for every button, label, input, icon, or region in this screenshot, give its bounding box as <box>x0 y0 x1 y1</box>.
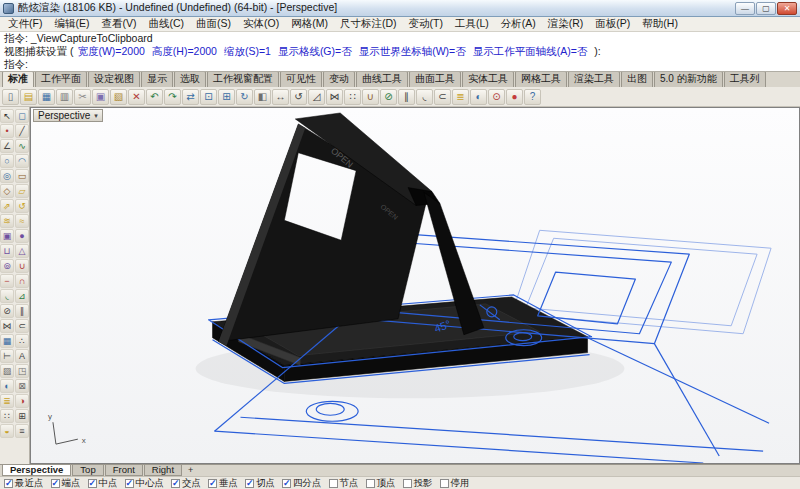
menu-item[interactable]: 编辑(E) <box>48 17 95 31</box>
tool-rail-icon[interactable]: ⊠ <box>15 379 29 393</box>
toolbar-tab[interactable]: 曲线工具 <box>356 72 408 87</box>
new-viewport-tab-button[interactable]: + <box>183 465 198 476</box>
toolbar-icon[interactable]: ⊞ <box>218 89 235 105</box>
osnap-checkbox[interactable] <box>329 479 338 488</box>
tool-rail-icon[interactable]: ⊿ <box>15 289 29 303</box>
toolbar-tab[interactable]: 选取 <box>174 72 206 87</box>
command-prompt[interactable]: 指令: <box>4 58 796 71</box>
toolbar-icon[interactable]: ▧ <box>110 89 127 105</box>
toolbar-tab[interactable]: 5.0 的新功能 <box>654 72 723 87</box>
tool-rail-icon[interactable]: ○ <box>0 154 14 168</box>
tool-rail-icon[interactable]: ◇ <box>0 184 14 198</box>
menu-item[interactable]: 曲面(S) <box>190 17 237 31</box>
osnap-checkbox[interactable] <box>440 479 449 488</box>
tool-rail-icon[interactable]: ◳ <box>15 364 29 378</box>
toolbar-icon[interactable]: ◟ <box>416 89 433 105</box>
menu-item[interactable]: 帮助(H) <box>636 17 684 31</box>
toolbar-icon[interactable]: ? <box>524 89 541 105</box>
tool-rail-icon[interactable]: ∠ <box>0 139 14 153</box>
toolbar-icon[interactable]: ▯ <box>2 89 19 105</box>
tool-rail-icon[interactable]: ≈ <box>15 214 29 228</box>
osnap-checkbox[interactable] <box>403 479 412 488</box>
menu-item[interactable]: 面板(P) <box>589 17 636 31</box>
toolbar-icon[interactable]: ↺ <box>290 89 307 105</box>
toolbar-icon[interactable]: ✕ <box>128 89 145 105</box>
viewport-tab[interactable]: Top <box>72 465 103 476</box>
toolbar-tab[interactable]: 工作视窗配置 <box>207 72 279 87</box>
menu-item[interactable]: 网格(M) <box>285 17 334 31</box>
tool-rail-icon[interactable]: ▨ <box>0 364 14 378</box>
toolbar-tab[interactable]: 变动 <box>323 72 355 87</box>
toolbar-icon[interactable]: ● <box>506 89 523 105</box>
toolbar-icon[interactable]: ▣ <box>92 89 109 105</box>
chevron-down-icon[interactable]: ▾ <box>94 112 98 120</box>
toolbar-icon[interactable]: ⇄ <box>182 89 199 105</box>
toolbar-icon[interactable]: ◧ <box>254 89 271 105</box>
tool-rail-icon[interactable]: ≋ <box>0 214 14 228</box>
toolbar-icon[interactable]: ∪ <box>362 89 379 105</box>
tool-rail-icon[interactable]: ∷ <box>0 409 14 423</box>
command-option[interactable]: 显示世界坐标轴(W)=否 <box>359 45 466 57</box>
tool-rail-icon[interactable]: ◎ <box>0 169 14 183</box>
toolbar-tab[interactable]: 工具列 <box>724 72 766 87</box>
viewport-tab[interactable]: Perspective <box>2 465 71 476</box>
toolbar-icon[interactable]: ▥ <box>56 89 73 105</box>
tool-rail-icon[interactable]: ▦ <box>0 334 14 348</box>
toolbar-icon[interactable]: ∷ <box>344 89 361 105</box>
tool-rail-icon[interactable]: ⊢ <box>0 349 14 363</box>
viewport-tab[interactable]: Front <box>105 465 143 476</box>
tool-rail-icon[interactable]: △ <box>15 244 29 258</box>
minimize-button[interactable]: — <box>735 2 755 15</box>
toolbar-icon[interactable]: ⊂ <box>434 89 451 105</box>
tool-rail-icon[interactable]: A <box>15 349 29 363</box>
toolbar-tab[interactable]: 可见性 <box>280 72 322 87</box>
tool-rail-icon[interactable]: ∪ <box>15 259 29 273</box>
tool-rail-icon[interactable]: ⊂ <box>15 319 29 333</box>
toolbar-icon[interactable]: ▦ <box>38 89 55 105</box>
toolbar-tab[interactable]: 出图 <box>621 72 653 87</box>
tool-rail-icon[interactable]: ⊔ <box>0 244 14 258</box>
osnap-checkbox[interactable] <box>4 479 13 488</box>
tool-rail-icon[interactable]: ∿ <box>15 139 29 153</box>
tool-rail-icon[interactable]: ◒ <box>0 424 14 438</box>
toolbar-icon[interactable]: ✂ <box>74 89 91 105</box>
toolbar-icon[interactable]: ↶ <box>146 89 163 105</box>
tool-rail-icon[interactable]: ⊞ <box>15 409 29 423</box>
menu-item[interactable]: 尺寸标注(D) <box>334 17 403 31</box>
toolbar-tab[interactable]: 设定视图 <box>88 72 140 87</box>
maximize-button[interactable]: ▢ <box>756 2 776 15</box>
perspective-viewport[interactable]: Perspective ▾ <box>30 107 800 464</box>
tool-rail-icon[interactable]: ▭ <box>15 169 29 183</box>
tool-rail-icon[interactable]: ∥ <box>15 304 29 318</box>
tool-rail-icon[interactable]: ◐ <box>0 379 14 393</box>
osnap-checkbox[interactable] <box>208 479 217 488</box>
toolbar-tab[interactable]: 曲面工具 <box>409 72 461 87</box>
osnap-toggle[interactable]: 投影 <box>403 477 433 489</box>
command-option[interactable]: 显示工作平面轴线(A)=否 <box>473 45 588 57</box>
osnap-toggle[interactable]: 切点 <box>245 477 275 489</box>
osnap-toggle[interactable]: 垂点 <box>208 477 238 489</box>
toolbar-icon[interactable]: ◐ <box>470 89 487 105</box>
toolbar-icon[interactable]: ⊡ <box>200 89 217 105</box>
tool-rail-icon[interactable]: ↖ <box>0 109 14 123</box>
toolbar-icon[interactable]: ⊘ <box>380 89 397 105</box>
menu-item[interactable]: 查看(V) <box>95 17 142 31</box>
menu-item[interactable]: 曲线(C) <box>142 17 190 31</box>
tool-rail-icon[interactable]: ▣ <box>0 229 14 243</box>
menu-item[interactable]: 变动(T) <box>403 17 449 31</box>
toolbar-icon[interactable]: ▤ <box>20 89 37 105</box>
tool-rail-icon[interactable]: ⇗ <box>0 199 14 213</box>
osnap-checkbox[interactable] <box>171 479 180 488</box>
tool-rail-icon[interactable]: ⊘ <box>0 304 14 318</box>
tool-rail-icon[interactable]: ● <box>15 229 29 243</box>
osnap-checkbox[interactable] <box>125 479 134 488</box>
tool-rail-icon[interactable]: − <box>0 274 14 288</box>
menu-item[interactable]: 渲染(R) <box>542 17 590 31</box>
tool-rail-icon[interactable]: ≡ <box>15 424 29 438</box>
command-option[interactable]: 缩放(S)=1 <box>224 45 271 57</box>
menu-item[interactable]: 文件(F) <box>2 17 48 31</box>
viewport-title-tab[interactable]: Perspective ▾ <box>33 109 103 122</box>
tool-rail-icon[interactable]: ◻ <box>15 109 29 123</box>
viewport-canvas[interactable]: 45° OPEN OPEN x y <box>31 108 799 463</box>
toolbar-icon[interactable]: ↷ <box>164 89 181 105</box>
